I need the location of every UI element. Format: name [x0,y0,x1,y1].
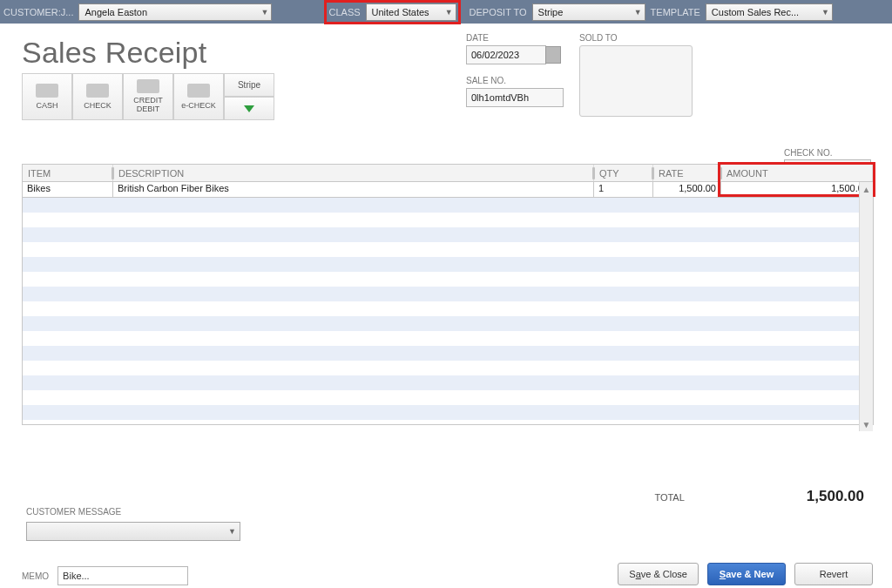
cash-icon [36,84,58,98]
cell-rate: 1,500.00 [653,182,721,197]
table-row[interactable] [23,390,873,405]
date-value: 06/02/2023 [471,50,519,60]
line-item-grid: ITEM DESCRIPTION QTY RATE AMOUNT Bikes B… [22,164,874,425]
chevron-down-icon: ▼ [445,8,453,17]
table-row[interactable] [23,242,873,257]
check-icon [86,84,109,98]
revert-button[interactable]: Revert [794,563,873,585]
calendar-icon[interactable] [545,46,561,64]
template-select[interactable]: Custom Sales Rec... ▼ [706,3,833,21]
pay-stripe-button[interactable]: Stripe [224,73,274,97]
pay-check-button[interactable]: CHECK [72,73,123,120]
table-row[interactable] [23,287,873,301]
save-close-button[interactable]: Save & Close [618,563,699,585]
soldto-box[interactable] [579,45,693,117]
table-row[interactable] [23,405,873,420]
grid-header: ITEM DESCRIPTION QTY RATE AMOUNT [23,165,873,182]
class-value: United States [372,7,429,17]
pay-cash-label: CASH [36,101,57,110]
credit-card-icon [137,79,159,93]
table-row[interactable]: Bikes British Carbon Fiber Bikes 1 1,500… [23,182,873,198]
customer-select[interactable]: Angela Easton ▼ [78,3,272,21]
top-toolbar: CUSTOMER:J... Angela Easton ▼ CLASS Unit… [0,0,892,24]
total-value: 1,500.00 [807,488,864,505]
table-row[interactable] [23,331,873,346]
grid-body[interactable]: Bikes British Carbon Fiber Bikes 1 1,500… [23,182,873,424]
table-row[interactable] [23,346,873,361]
memo-input[interactable]: Bike... [57,566,188,585]
cell-qty: 1 [594,182,653,197]
class-highlight: CLASS United States ▼ [324,0,460,24]
triangle-down-icon [244,105,254,112]
payment-method-bar: CASH CHECK CREDIT DEBIT e-CHECK Stripe [22,73,875,120]
chevron-down-icon: ▼ [634,8,642,17]
cell-item: Bikes [23,182,113,197]
saleno-value: 0lh1omtdVBh [471,92,529,103]
class-label: CLASS [328,7,360,17]
class-select[interactable]: United States ▼ [366,3,456,21]
cell-desc: British Carbon Fiber Bikes [113,182,594,197]
col-amount[interactable]: AMOUNT [721,165,873,181]
page-title: Sales Receipt [22,36,875,70]
scroll-down-icon[interactable]: ▼ [860,417,873,431]
date-input[interactable]: 06/02/2023 [466,45,564,64]
table-row[interactable] [23,375,873,390]
grid-scrollbar[interactable]: ▲ ▼ [859,182,873,431]
table-row[interactable] [23,227,873,242]
table-row[interactable] [23,198,873,213]
table-row[interactable] [23,316,873,331]
deposit-label: DEPOSIT TO [470,7,527,17]
col-item[interactable]: ITEM [23,165,113,181]
memo-value: Bike... [63,571,90,581]
chevron-down-icon: ▼ [228,527,236,536]
save-new-button[interactable]: Save & New [707,563,786,585]
col-description[interactable]: DESCRIPTION [113,165,594,181]
template-label: TEMPLATE [651,7,700,17]
chevron-down-icon: ▼ [261,8,269,17]
table-row[interactable] [23,272,873,287]
pay-echeck-label: e-CHECK [181,101,216,110]
memo-label: MEMO [22,571,49,581]
table-row[interactable] [23,301,873,316]
table-row[interactable] [23,257,873,272]
template-value: Custom Sales Rec... [712,7,799,17]
customer-value: Angela Easton [84,7,147,17]
cell-amount: 1,500.00 [721,182,873,197]
echeck-icon [187,84,210,98]
customer-message-select[interactable]: ▼ [26,522,240,541]
date-label: DATE [466,33,564,43]
pay-check-label: CHECK [84,101,112,110]
pay-credit-button[interactable]: CREDIT DEBIT [123,73,173,120]
customer-label: CUSTOMER:J... [3,7,73,17]
totals: TOTAL 1,500.00 [654,488,864,505]
saleno-label: SALE NO. [466,76,564,85]
pay-more-button[interactable] [224,97,274,120]
col-qty[interactable]: QTY [594,165,653,181]
pay-stripe-label: Stripe [238,80,260,90]
pay-credit-label: CREDIT DEBIT [124,97,172,114]
pay-echeck-button[interactable]: e-CHECK [173,73,224,120]
total-label: TOTAL [654,492,684,503]
checkno-label: CHECK NO. [784,148,871,158]
table-row[interactable] [23,361,873,375]
chevron-down-icon: ▼ [821,8,829,17]
scroll-up-icon[interactable]: ▲ [860,182,873,196]
pay-cash-button[interactable]: CASH [22,73,72,120]
deposit-select[interactable]: Stripe ▼ [532,3,645,21]
table-row[interactable] [23,213,873,227]
customer-message-label: CUSTOMER MESSAGE [26,507,240,517]
deposit-value: Stripe [538,7,564,17]
soldto-label: SOLD TO [579,33,693,43]
saleno-input[interactable]: 0lh1omtdVBh [466,88,564,107]
col-rate[interactable]: RATE [653,165,721,181]
